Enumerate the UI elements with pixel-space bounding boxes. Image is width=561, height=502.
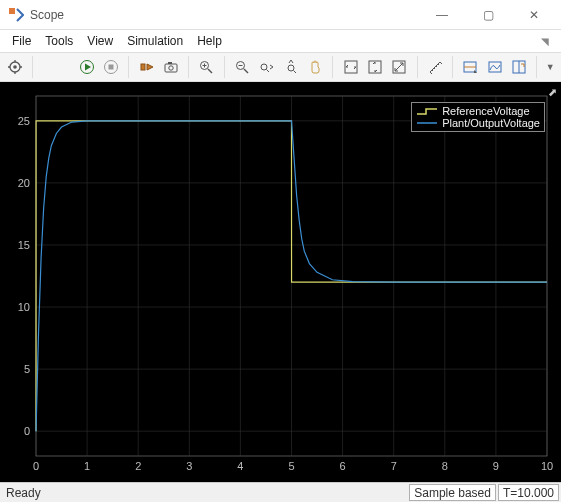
svg-text:9: 9 bbox=[493, 460, 499, 472]
stop-button[interactable] bbox=[100, 55, 122, 79]
statusbar: Ready Sample based T=10.000 bbox=[0, 482, 561, 502]
layout-button[interactable] bbox=[508, 55, 530, 79]
legend-label: Plant/OutputVoltage bbox=[442, 117, 540, 129]
scale-y-button[interactable] bbox=[364, 55, 386, 79]
legend-swatch-icon bbox=[416, 118, 438, 128]
svg-line-21 bbox=[244, 69, 248, 73]
scope-plot[interactable]: ⬈ 0123456789100510152025 ReferenceVoltag… bbox=[0, 82, 561, 482]
svg-line-24 bbox=[267, 70, 270, 73]
menubar: File Tools View Simulation Help ◥ bbox=[0, 30, 561, 52]
svg-line-26 bbox=[293, 71, 296, 74]
svg-text:15: 15 bbox=[18, 239, 30, 251]
menubar-overflow-icon[interactable]: ◥ bbox=[535, 34, 555, 49]
svg-text:1: 1 bbox=[84, 460, 90, 472]
zoom-out-button[interactable] bbox=[230, 55, 252, 79]
settings-button[interactable] bbox=[4, 55, 26, 79]
menu-view[interactable]: View bbox=[81, 32, 119, 50]
svg-point-2 bbox=[13, 65, 17, 69]
zoom-y-button[interactable] bbox=[279, 55, 301, 79]
svg-text:3: 3 bbox=[186, 460, 192, 472]
svg-rect-11 bbox=[141, 64, 145, 70]
chevron-down-icon: ▼ bbox=[546, 62, 555, 72]
close-icon: ✕ bbox=[529, 8, 539, 22]
measurements-button[interactable] bbox=[424, 55, 446, 79]
svg-line-17 bbox=[208, 69, 212, 73]
zoom-in-button[interactable] bbox=[195, 55, 217, 79]
svg-marker-8 bbox=[85, 64, 91, 71]
svg-rect-10 bbox=[109, 65, 114, 70]
svg-text:7: 7 bbox=[391, 460, 397, 472]
svg-text:2: 2 bbox=[135, 460, 141, 472]
pan-button[interactable] bbox=[304, 55, 326, 79]
menu-tools[interactable]: Tools bbox=[39, 32, 79, 50]
svg-rect-0 bbox=[9, 8, 15, 14]
cursor-button[interactable] bbox=[459, 55, 481, 79]
svg-text:25: 25 bbox=[18, 115, 30, 127]
toolbar-dropdown[interactable]: ▼ bbox=[543, 55, 557, 79]
svg-rect-14 bbox=[168, 62, 172, 64]
minimize-icon: — bbox=[436, 8, 448, 22]
status-time: T=10.000 bbox=[498, 484, 559, 501]
scale-xy-button[interactable] bbox=[388, 55, 410, 79]
svg-text:0: 0 bbox=[33, 460, 39, 472]
legend[interactable]: ReferenceVoltage Plant/OutputVoltage bbox=[411, 102, 545, 132]
maximize-icon: ▢ bbox=[483, 8, 494, 22]
status-sample-mode: Sample based bbox=[409, 484, 496, 501]
titlebar: Scope — ▢ ✕ bbox=[0, 0, 561, 30]
svg-text:0: 0 bbox=[24, 425, 30, 437]
close-button[interactable]: ✕ bbox=[511, 0, 557, 30]
menu-file[interactable]: File bbox=[6, 32, 37, 50]
svg-rect-13 bbox=[165, 64, 177, 72]
svg-text:10: 10 bbox=[18, 301, 30, 313]
legend-label: ReferenceVoltage bbox=[442, 105, 529, 117]
svg-point-23 bbox=[261, 64, 267, 70]
svg-text:10: 10 bbox=[541, 460, 553, 472]
scale-x-button[interactable] bbox=[339, 55, 361, 79]
svg-marker-12 bbox=[147, 64, 153, 70]
run-button[interactable] bbox=[75, 55, 97, 79]
svg-text:20: 20 bbox=[18, 177, 30, 189]
toolbar: ▼ bbox=[0, 52, 561, 82]
zoom-x-button[interactable] bbox=[255, 55, 277, 79]
app-icon bbox=[8, 7, 24, 23]
svg-line-30 bbox=[395, 63, 403, 71]
menu-simulation[interactable]: Simulation bbox=[121, 32, 189, 50]
svg-point-25 bbox=[288, 65, 294, 71]
legend-item-plant[interactable]: Plant/OutputVoltage bbox=[416, 117, 540, 129]
step-forward-button[interactable] bbox=[135, 55, 157, 79]
legend-item-reference[interactable]: ReferenceVoltage bbox=[416, 105, 540, 117]
svg-text:5: 5 bbox=[24, 363, 30, 375]
chart-canvas: 0123456789100510152025 bbox=[0, 82, 561, 482]
window-title: Scope bbox=[30, 8, 419, 22]
svg-text:6: 6 bbox=[340, 460, 346, 472]
signal-stats-button[interactable] bbox=[483, 55, 505, 79]
minimize-button[interactable]: — bbox=[419, 0, 465, 30]
status-ready: Ready bbox=[0, 486, 409, 500]
svg-point-15 bbox=[169, 66, 173, 70]
snapshot-button[interactable] bbox=[160, 55, 182, 79]
svg-text:5: 5 bbox=[288, 460, 294, 472]
svg-text:8: 8 bbox=[442, 460, 448, 472]
maximize-button[interactable]: ▢ bbox=[465, 0, 511, 30]
menu-help[interactable]: Help bbox=[191, 32, 228, 50]
svg-text:4: 4 bbox=[237, 460, 243, 472]
legend-swatch-icon bbox=[416, 106, 438, 116]
